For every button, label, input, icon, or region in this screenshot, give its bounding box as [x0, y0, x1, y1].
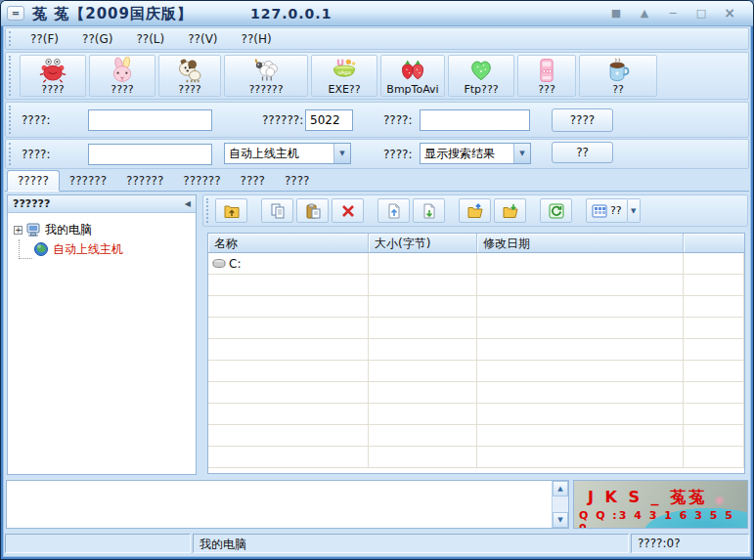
rabbit-icon: [109, 57, 136, 84]
folder-upload-button[interactable]: [459, 198, 491, 223]
search-result-select[interactable]: 显示搜索结果 ▼: [420, 143, 531, 164]
toolbar-button-3[interactable]: ????: [158, 55, 221, 97]
toolbar-button-7[interactable]: Ftp???: [448, 55, 514, 97]
collapse-left-icon[interactable]: ◀: [185, 199, 191, 208]
toolbar-button-label: BmpToAvi: [386, 84, 438, 96]
scroll-down-icon[interactable]: ▼: [553, 512, 568, 528]
status-bar: 我的电脑 ????:0?: [0, 534, 754, 553]
table-row-empty: [208, 382, 744, 404]
delete-button[interactable]: [332, 198, 364, 223]
view-mode-dropdown-icon[interactable]: ▼: [628, 198, 641, 223]
table-row-empty: [208, 404, 744, 425]
rollup-button[interactable]: ▲: [635, 5, 654, 22]
toolbar-button-1[interactable]: ????: [20, 55, 86, 97]
tab-5[interactable]: ????: [231, 171, 275, 191]
minimize-button[interactable]: ─: [663, 5, 683, 22]
table-row-empty: [208, 339, 744, 361]
log-scrollbar[interactable]: ▲ ▼: [552, 481, 568, 528]
chevron-down-icon[interactable]: ▼: [333, 144, 350, 163]
connect-button[interactable]: ????: [552, 108, 613, 132]
column-header-size[interactable]: 大小(字节): [369, 234, 477, 253]
scroll-up-icon[interactable]: ▲: [553, 481, 568, 496]
close-button[interactable]: ×: [720, 5, 739, 22]
skin-button[interactable]: ■: [606, 5, 626, 22]
globe-icon: [33, 241, 49, 257]
ip-input[interactable]: [88, 109, 212, 131]
maximize-button[interactable]: □: [691, 5, 711, 22]
port-input[interactable]: [305, 109, 353, 131]
tree-connector: [19, 239, 20, 259]
strawberry-icon: [399, 57, 426, 84]
system-menu-icon[interactable]: =: [7, 6, 24, 21]
toolbar-button-4[interactable]: ??????: [224, 55, 308, 97]
result-label: ????:: [383, 148, 413, 161]
menu-file[interactable]: ??(F): [22, 30, 67, 48]
coffee-cup-icon: [604, 57, 632, 84]
menu-grip: [9, 31, 12, 46]
password-label: ????:: [383, 113, 413, 127]
column-header-name[interactable]: 名称: [208, 234, 369, 253]
file-toolbar: ?? ▼: [202, 194, 748, 227]
toolbar-grip: [9, 56, 12, 96]
ip-label: ????:: [22, 113, 51, 127]
expand-icon[interactable]: +: [14, 226, 22, 235]
search-button[interactable]: ??: [552, 142, 613, 163]
refresh-button[interactable]: [540, 198, 572, 223]
table-row-empty: [208, 275, 744, 296]
toolbar-button-5[interactable]: vAga EXE??: [311, 55, 377, 97]
tree-connector: [19, 258, 32, 259]
menu-help[interactable]: ??(H): [233, 30, 281, 48]
tab-1[interactable]: ?????: [7, 170, 60, 192]
svg-text:vAga: vAga: [337, 69, 350, 76]
paste-button[interactable]: [296, 198, 329, 223]
computer-icon: [25, 222, 41, 237]
file-manager-panel: ?? ▼ 名称 大小(字节) 修改日期 C:: [202, 194, 748, 475]
menu-view[interactable]: ??(V): [179, 30, 226, 48]
row-grip: [9, 143, 12, 165]
crab-icon: [39, 57, 67, 84]
log-output[interactable]: ▲ ▼: [6, 480, 569, 529]
tree-item-auto-online-host[interactable]: 自动上线主机: [33, 239, 196, 259]
file-download-button[interactable]: [413, 198, 445, 223]
connect-row: ????: ??????: ????: ????: [5, 102, 749, 138]
toolbar-button-9[interactable]: ??: [579, 55, 657, 97]
password-input[interactable]: [420, 109, 530, 131]
branding-qq-number: Q Q :3 4 3 1 6 3 5 5 0: [579, 509, 747, 529]
menu-l[interactable]: ??(L): [127, 30, 173, 48]
view-mode-button[interactable]: ??: [586, 198, 628, 223]
online-host-select[interactable]: 自动上线主机 ▼: [224, 143, 351, 164]
table-row-empty: [208, 318, 744, 339]
tab-6[interactable]: ????: [275, 171, 319, 191]
table-row-empty: [208, 447, 744, 468]
basin-exe-icon: vAga: [331, 57, 358, 84]
chevron-down-icon[interactable]: ▼: [513, 144, 530, 163]
toolbar-button-2[interactable]: ????: [89, 55, 155, 97]
toolbar-button-label: ????: [41, 84, 64, 96]
paste-icon: [305, 203, 321, 219]
search-input[interactable]: [88, 144, 212, 165]
menu-bar: ??(F) ??(G) ??(L) ??(V) ??(H): [5, 27, 749, 50]
grid-view-icon: [592, 203, 607, 219]
title-bar: = 菟 菟【2009国庆版】 127.0.0.1 ■ ▲ ─ □ ×: [1, 1, 753, 26]
drive-icon: [212, 258, 226, 270]
table-row-empty: [208, 425, 744, 447]
tab-3[interactable]: ??????: [116, 171, 173, 191]
pink-player-icon: [533, 57, 560, 84]
window-title: 菟 菟【2009国庆版】: [32, 5, 193, 23]
folder-up-icon: [224, 203, 240, 219]
tab-2[interactable]: ??????: [60, 171, 116, 191]
tab-bar: ????? ?????? ?????? ?????? ???? ????: [5, 171, 749, 192]
toolbar-button-6[interactable]: BmpToAvi: [380, 55, 445, 97]
menu-g[interactable]: ??(G): [73, 30, 121, 48]
tree-item-my-computer[interactable]: + 我的电脑: [8, 220, 196, 239]
tab-4[interactable]: ??????: [173, 171, 230, 191]
copy-button[interactable]: [261, 198, 293, 223]
online-host-value: 自动上线主机: [225, 146, 333, 162]
table-row-drive-c[interactable]: C:: [208, 253, 744, 275]
toolbar-button-8[interactable]: ???: [517, 55, 576, 97]
column-header-date[interactable]: 修改日期: [477, 234, 684, 253]
folder-up-button[interactable]: [215, 198, 247, 223]
file-upload-button[interactable]: [377, 198, 410, 223]
branding-signature: J K S _ 菟菟: [588, 488, 707, 508]
folder-download-button[interactable]: [494, 198, 526, 223]
